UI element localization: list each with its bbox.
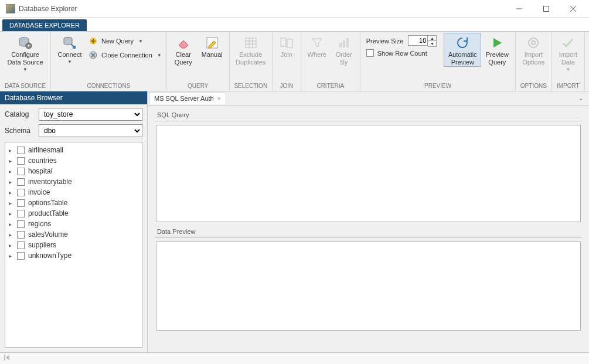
expand-arrow-icon[interactable]: ▸ — [9, 200, 16, 206]
gear-icon — [526, 36, 540, 50]
table-name: regions — [28, 220, 51, 228]
schema-select[interactable]: dbo — [39, 124, 142, 137]
table-checkbox[interactable] — [17, 210, 25, 217]
data-preview-label: Data Preview — [157, 228, 589, 235]
sql-query-box[interactable] — [156, 125, 581, 222]
catalog-select[interactable]: toy_store — [39, 108, 142, 121]
new-query-button[interactable]: New Query ▼ — [86, 35, 164, 47]
table-checkbox[interactable] — [17, 199, 25, 207]
minimize-button[interactable] — [506, 0, 533, 18]
chevron-down-icon: ▼ — [138, 39, 143, 44]
tab-database-explorer[interactable]: DATABASE EXPLORER — [2, 19, 87, 31]
group-join: Join JOIN — [273, 32, 301, 91]
refresh-icon — [455, 36, 469, 50]
tree-item-optionsTable[interactable]: ▸optionsTable — [5, 198, 142, 208]
database-browser-title: Database Browser — [0, 91, 147, 104]
play-icon — [490, 36, 504, 50]
expand-arrow-icon[interactable]: ▸ — [9, 147, 16, 154]
table-checkbox[interactable] — [17, 220, 25, 228]
expand-arrow-icon[interactable]: ▸ — [9, 210, 16, 217]
group-options: Import Options OPTIONS — [516, 32, 551, 91]
expand-arrow-icon[interactable]: ▸ — [9, 253, 16, 259]
close-connection-icon — [88, 50, 98, 60]
tree-item-regions[interactable]: ▸regions — [5, 219, 142, 229]
divider — [155, 237, 582, 238]
group-import: Import Data ▼ IMPORT — [551, 32, 585, 91]
show-row-count-label: Show Row Count — [377, 50, 427, 57]
toolstrip-tabs: DATABASE EXPLORER — [0, 18, 589, 32]
clear-query-button[interactable]: Clear Query — [169, 33, 198, 67]
show-row-count-checkbox[interactable] — [366, 49, 374, 57]
back-icon[interactable] — [4, 354, 11, 363]
tree-item-unknownType[interactable]: ▸unknownType — [5, 250, 142, 261]
manual-button[interactable]: Manual — [198, 33, 227, 59]
table-checkbox[interactable] — [17, 241, 25, 249]
doc-tab-sqlserver[interactable]: MS SQL Server Auth × — [149, 93, 226, 104]
exclude-duplicates-button: Exclude Duplicates — [232, 33, 270, 67]
table-checkbox[interactable] — [17, 147, 25, 154]
expand-arrow-icon[interactable]: ▸ — [9, 158, 16, 164]
chevron-down-icon: ▼ — [157, 53, 162, 58]
table-checkbox[interactable] — [17, 231, 25, 239]
group-criteria: Where Order By CRITERIA — [301, 32, 360, 91]
svg-rect-12 — [246, 38, 256, 47]
table-name: productTable — [28, 209, 69, 217]
catalog-label: Catalog — [5, 110, 39, 118]
svg-rect-21 — [346, 38, 349, 47]
pencil-edit-icon — [205, 36, 219, 50]
table-name: hospital — [28, 167, 52, 175]
tree-item-countries[interactable]: ▸countries — [5, 155, 142, 166]
table-name: invoice — [28, 188, 50, 196]
tree-item-suppliers[interactable]: ▸suppliers — [5, 240, 142, 250]
expand-arrow-icon[interactable]: ▸ — [9, 221, 16, 227]
ribbon: Configure Data Source ▼ DATA SOURCE Conn… — [0, 32, 589, 91]
import-options-button: Import Options — [518, 33, 549, 67]
group-preview: Preview Size ▲▼ Show Row Count Automatic… — [360, 32, 516, 91]
svg-rect-1 — [544, 6, 549, 11]
table-checkbox[interactable] — [17, 157, 25, 165]
schema-label: Schema — [5, 127, 39, 135]
preview-size-label: Preview Size — [366, 38, 404, 45]
expand-arrow-icon[interactable]: ▸ — [9, 168, 16, 175]
divider — [155, 121, 582, 121]
database-plug-icon — [63, 36, 77, 50]
tree-item-productTable[interactable]: ▸productTable — [5, 208, 142, 219]
group-query: Clear Query Manual QUERY — [167, 32, 230, 91]
svg-rect-8 — [73, 46, 76, 49]
join-button: Join — [275, 33, 298, 59]
table-checkbox[interactable] — [17, 178, 25, 186]
eraser-icon — [176, 36, 190, 50]
connect-button[interactable]: Connect ▼ — [53, 33, 86, 65]
expand-arrow-icon[interactable]: ▸ — [9, 242, 16, 249]
maximize-button[interactable] — [533, 0, 560, 18]
preview-query-button[interactable]: Preview Query — [481, 33, 513, 67]
close-button[interactable] — [560, 0, 587, 18]
svg-point-6 — [28, 45, 30, 47]
automatic-preview-button[interactable]: Automatic Preview — [444, 33, 481, 67]
table-tree[interactable]: ▸airlinesmall▸countries▸hospital▸invento… — [5, 142, 142, 348]
tree-item-airlinesmall[interactable]: ▸airlinesmall — [5, 145, 142, 155]
expand-arrow-icon[interactable]: ▸ — [9, 179, 16, 185]
table-checkbox[interactable] — [17, 252, 25, 260]
tab-menu-button[interactable]: ⌄ — [576, 94, 585, 103]
close-connection-button[interactable]: Close Connection ▼ — [86, 49, 164, 61]
table-checkbox[interactable] — [17, 168, 25, 175]
document-tabs: MS SQL Server Auth × ⌄ — [148, 91, 589, 106]
tree-item-invoice[interactable]: ▸invoice — [5, 187, 142, 198]
database-gear-icon — [18, 36, 32, 50]
close-tab-icon[interactable]: × — [217, 95, 221, 102]
table-checkbox[interactable] — [17, 189, 25, 196]
configure-data-source-button[interactable]: Configure Data Source ▼ — [2, 33, 48, 73]
table-name: salesVolume — [28, 230, 68, 239]
tree-item-salesVolume[interactable]: ▸salesVolume — [5, 229, 142, 240]
status-bar — [0, 352, 589, 364]
titlebar: Database Explorer — [0, 0, 589, 18]
tree-item-inventorytable[interactable]: ▸inventorytable — [5, 176, 142, 187]
preview-size-input[interactable] — [408, 35, 428, 46]
svg-rect-20 — [343, 40, 345, 47]
group-selection: Exclude Duplicates SELECTION — [230, 32, 273, 91]
preview-size-spinner[interactable]: ▲▼ — [428, 35, 437, 47]
expand-arrow-icon[interactable]: ▸ — [9, 189, 16, 196]
tree-item-hospital[interactable]: ▸hospital — [5, 166, 142, 176]
expand-arrow-icon[interactable]: ▸ — [9, 232, 16, 238]
